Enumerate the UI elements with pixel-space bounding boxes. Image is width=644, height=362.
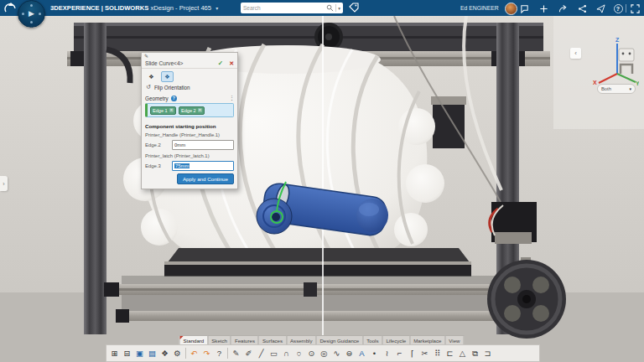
tool-text-button[interactable]: A (356, 345, 368, 361)
chevron-right-icon: › (3, 181, 4, 187)
flip-orientation-button[interactable]: ↺ Flip Orientation (146, 84, 190, 90)
tool-arc-button[interactable]: ∩ (280, 345, 293, 361)
edge3-label: Edge.3 (145, 163, 172, 168)
close-icon[interactable]: ✕ (229, 60, 234, 67)
tool-new-sketch-button[interactable]: ✎ (230, 345, 242, 361)
chip-remove-icon[interactable]: × (169, 108, 174, 113)
notifications-icon[interactable] (519, 3, 529, 13)
edge3-input[interactable]: 75mm (172, 161, 234, 171)
orientation-triad[interactable]: Z X Y (589, 37, 639, 85)
mate-mode-button-2[interactable]: ❖ (161, 71, 174, 82)
view-mode-dropdown[interactable]: Both ▾ (597, 84, 636, 94)
tool-corner-arc-button[interactable]: ⌐ (393, 345, 406, 361)
avatar[interactable] (505, 3, 517, 15)
tab-assembly[interactable]: Assembly (286, 335, 316, 344)
tool-undo-button[interactable]: ↶ (188, 345, 200, 361)
chevron-down-icon[interactable]: ▾ (216, 6, 218, 11)
dialog-title: Slide Curve<4> (145, 60, 218, 66)
tool-new-component-button[interactable]: ⊟ (121, 345, 133, 361)
tool-save-options-button[interactable]: ▤ (146, 345, 158, 361)
slide-curve-dialog: ✎ Slide Curve<4> ✓ ✕ ❖ ❖ ↺ Flip Orientat… (141, 52, 238, 189)
tool-fillet-button[interactable]: ⌈ (406, 345, 418, 361)
3d-compass-button[interactable]: ▶ (18, 0, 45, 28)
search-icon[interactable] (326, 4, 334, 12)
component-2-label: Printer_latch (Printer_latch.1) (145, 153, 210, 158)
edge2-label: Edge.2 (145, 142, 172, 147)
tool-convert-entities-button[interactable]: ⧉ (469, 345, 481, 361)
3d-viewport-scene[interactable] (0, 16, 644, 362)
tool-pattern-button[interactable]: ⠿ (431, 345, 444, 361)
play-icon: ▶ (29, 10, 34, 18)
apply-and-continue-button[interactable]: Apply and Continue (177, 173, 234, 184)
tab-lifecycle[interactable]: Lifecycle (382, 335, 410, 344)
chip-label: Edge 1 (153, 108, 168, 113)
tool-edit-sketch-button[interactable]: ✐ (242, 345, 255, 361)
tool-slot-button[interactable]: ⊖ (343, 345, 356, 361)
tool-circle-button[interactable]: ○ (293, 345, 305, 361)
search-box[interactable]: ▾ (241, 3, 343, 13)
tab-features[interactable]: Features (231, 335, 259, 344)
geometry-selection-list[interactable]: Edge 1×Edge 2× (145, 103, 234, 117)
3dplay-icon[interactable] (595, 3, 605, 13)
tool-spline-button[interactable]: ∿ (330, 345, 343, 361)
chip-remove-icon[interactable]: × (198, 108, 202, 113)
split-line (322, 16, 324, 362)
edge3-field-row: Edge.3 75mm (145, 161, 234, 170)
tool-offset-button[interactable]: ⊏ (444, 345, 456, 361)
tool-insert-component-button[interactable]: ⊞ (108, 345, 121, 361)
edge2-field-row: Edge.2 0mm (145, 140, 234, 149)
tool-center-circle-button[interactable]: ⊙ (305, 345, 318, 361)
project-name[interactable]: xDesign - Project 465 (150, 4, 211, 12)
mate-mode-buttons: ❖ ❖ (145, 71, 174, 82)
user-name[interactable]: Ed ENGINEER (460, 0, 499, 16)
kebab-menu-icon[interactable]: ⋮ (229, 95, 235, 101)
share-icon[interactable] (558, 3, 568, 13)
geometry-chip-1[interactable]: Edge 1× (150, 106, 176, 115)
tool-line-button[interactable]: ╱ (255, 345, 267, 361)
help-icon[interactable]: ? (613, 3, 623, 13)
search-options-chevron-icon[interactable]: ▾ (338, 6, 341, 11)
compass-quadrant-dot (30, 21, 33, 23)
chevron-left-icon: ‹ (574, 49, 577, 57)
extruder-assembly (490, 202, 537, 244)
tab-design-guidance[interactable]: Design Guidance (315, 335, 363, 344)
toolbar-divider (227, 348, 228, 359)
tool-help-button[interactable]: ? (213, 345, 226, 361)
left-panel-expand-button[interactable]: › (0, 176, 8, 191)
mate-mode-button-1[interactable]: ❖ (145, 71, 158, 82)
right-panel-collapse-button[interactable]: ‹ (570, 48, 581, 59)
tool-redo-button[interactable]: ↷ (200, 345, 213, 361)
tool-mirror-button[interactable]: △ (456, 345, 469, 361)
search-input[interactable] (241, 5, 326, 11)
tool-perimeter-circle-button[interactable]: ◎ (318, 345, 330, 361)
tool-point-button[interactable]: • (368, 345, 381, 361)
3ds-logo-icon (4, 2, 17, 14)
add-icon[interactable] (538, 3, 548, 13)
tab-tools[interactable]: Tools (362, 335, 382, 344)
tab-surfaces[interactable]: Surfaces (258, 335, 287, 344)
dialog-title-bar: Slide Curve<4> ✓ ✕ (142, 59, 237, 69)
tool-projected-curve-button[interactable]: ≀ (381, 345, 393, 361)
geometry-chip-2[interactable]: Edge 2× (179, 106, 205, 115)
tab-marketplace[interactable]: Marketplace (409, 335, 445, 344)
info-icon[interactable]: ? (171, 96, 177, 101)
edge2-value: 0mm (174, 142, 185, 147)
share-network-icon[interactable] (577, 3, 587, 13)
tag-icon[interactable] (349, 3, 359, 13)
tool-settings-button[interactable]: ⚙ (171, 345, 184, 361)
tool-save-button[interactable]: ▣ (133, 345, 146, 361)
flip-icon: ↺ (146, 84, 151, 90)
fullscreen-icon[interactable] (630, 3, 640, 13)
tab-view[interactable]: View (444, 335, 464, 344)
confirm-icon[interactable]: ✓ (218, 59, 223, 67)
tab-sketch[interactable]: Sketch (207, 335, 231, 344)
tool-rectangle-button[interactable]: ▭ (267, 345, 280, 361)
y-axis-label: Y (636, 80, 639, 85)
view-cube-face[interactable] (619, 49, 634, 61)
tool-exit-sketch-button[interactable]: ⊐ (481, 345, 494, 361)
tab-standard[interactable]: Standard (179, 335, 209, 344)
edge2-input[interactable]: 0mm (172, 140, 234, 150)
geometry-row: Geometry ? ⋮ (145, 95, 235, 101)
tool-trim-button[interactable]: ✂ (418, 345, 431, 361)
tool-components-button[interactable]: ❖ (158, 345, 171, 361)
